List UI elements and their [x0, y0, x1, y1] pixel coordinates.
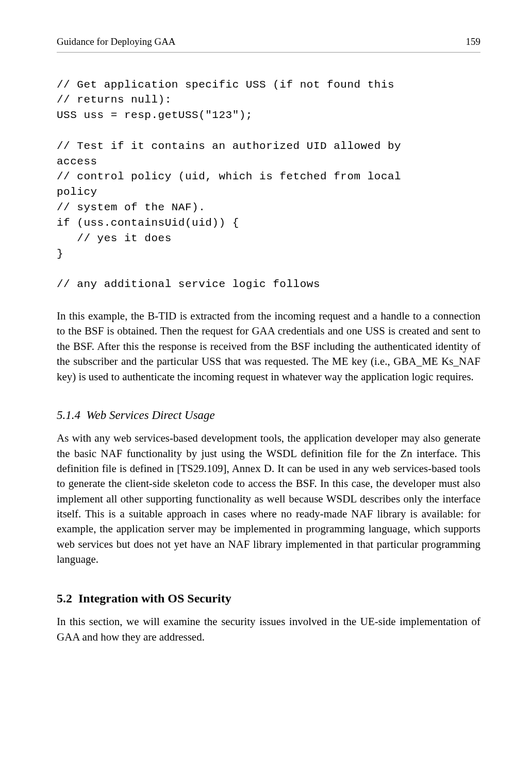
section-title: Integration with OS Security: [78, 592, 231, 605]
header-title: Guidance for Deploying GAA: [57, 35, 176, 49]
subsection-number: 5.1.4: [57, 409, 80, 422]
paragraph-intro: In this section, we will examine the sec…: [57, 614, 480, 645]
section-number: 5.2: [57, 592, 72, 605]
section-heading: 5.2 Integration with OS Security: [57, 590, 480, 608]
page-header: Guidance for Deploying GAA 159: [57, 35, 480, 53]
page-number: 159: [466, 35, 481, 49]
code-block: // Get application specific USS (if not …: [57, 77, 480, 292]
paragraph-wsdl: As with any web services-based developme…: [57, 431, 480, 567]
subsection-title: Web Services Direct Usage: [87, 409, 215, 422]
subsection-heading: 5.1.4 Web Services Direct Usage: [57, 407, 480, 424]
paragraph-example: In this example, the B-TID is extracted …: [57, 309, 480, 384]
